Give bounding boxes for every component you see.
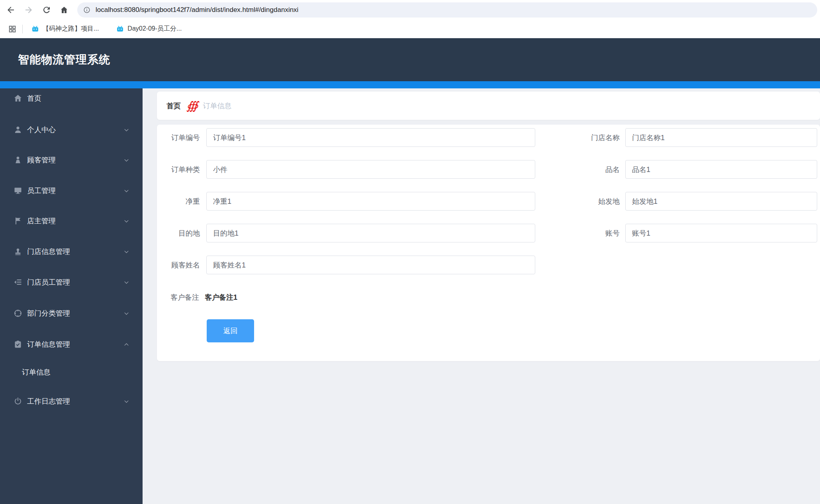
bookmark-label: 【码神之路】项目...	[43, 25, 99, 33]
remark-label: 客户备注	[157, 292, 199, 303]
chevron-down-icon	[123, 279, 129, 285]
field-input[interactable]	[206, 224, 535, 242]
chevron-down-icon	[123, 311, 129, 316]
browser-back-button[interactable]	[4, 3, 18, 17]
chevron-down-icon	[123, 399, 129, 404]
field-input[interactable]	[206, 128, 535, 147]
field-label: 目的地	[157, 224, 200, 242]
sidebar-item[interactable]: 订单信息管理	[0, 333, 143, 356]
power-icon	[13, 397, 23, 406]
field-label: 订单种类	[157, 160, 200, 179]
customer-icon	[13, 155, 23, 165]
reload-icon	[42, 5, 51, 15]
field-label: 始发地	[551, 192, 620, 211]
chevron-down-icon	[123, 249, 129, 255]
sidebar-item-label: 订单信息管理	[27, 333, 70, 356]
chevron-up-icon	[123, 342, 129, 348]
flag-icon	[13, 216, 23, 226]
sidebar-item-label: 订单信息	[22, 361, 51, 383]
chevron-down-icon	[123, 188, 129, 194]
sidebar-item-label: 门店信息管理	[27, 240, 70, 263]
sidebar-item[interactable]: 个人中心	[0, 119, 143, 141]
remark-value: 客户备注1	[205, 292, 237, 303]
browser-toolbar: localhost:8080/springboot142f7/admin/dis…	[0, 0, 820, 20]
sidebar-item[interactable]: 首页	[0, 87, 143, 109]
sidebar-item[interactable]: 店主管理	[0, 210, 143, 232]
bookmark-item[interactable]: Day02-09-员工分...	[116, 25, 182, 33]
sidebar-item-label: 个人中心	[27, 119, 56, 141]
stamp-icon	[13, 247, 23, 256]
breadcrumb-separator-icon: ∰	[186, 100, 198, 111]
sidebar-item-label: 部门分类管理	[27, 302, 70, 324]
user-icon	[13, 125, 23, 135]
browser-forward-button[interactable]	[22, 3, 36, 17]
address-bar[interactable]: localhost:8080/springboot142f7/admin/dis…	[77, 2, 817, 18]
apps-grid-icon[interactable]	[8, 25, 17, 33]
back-arrow-icon	[6, 5, 16, 15]
indent-icon	[13, 277, 23, 287]
order-detail-form: 客户备注 客户备注1 返回 订单编号订单种类净重目的地顾客姓名门店名称品名始发地…	[157, 125, 820, 361]
browser-reload-button[interactable]	[39, 3, 54, 17]
bookmark-label: Day02-09-员工分...	[127, 25, 182, 33]
clipboard-icon	[13, 340, 23, 349]
bilibili-icon	[116, 25, 124, 33]
browser-home-button[interactable]	[57, 3, 71, 17]
bilibili-icon	[31, 25, 39, 33]
url-text: localhost:8080/springboot142f7/admin/dis…	[96, 6, 298, 14]
sidebar-item[interactable]: 门店员工管理	[0, 271, 143, 293]
sidebar-item-label: 员工管理	[27, 180, 56, 202]
site-info-icon[interactable]	[83, 6, 91, 14]
sidebar-subitem[interactable]: 订单信息	[0, 361, 143, 383]
app-header: 智能物流管理系统	[0, 38, 820, 81]
field-input[interactable]	[625, 128, 817, 147]
field-label: 门店名称	[551, 128, 620, 147]
chevron-down-icon	[123, 218, 129, 224]
field-input[interactable]	[625, 160, 817, 179]
field-input[interactable]	[206, 192, 535, 211]
chevron-down-icon	[123, 157, 129, 163]
remark-row: 客户备注 客户备注1	[157, 292, 515, 303]
back-button[interactable]: 返回	[207, 319, 254, 342]
aim-icon	[13, 309, 23, 318]
field-input[interactable]	[625, 192, 817, 211]
sidebar-item-label: 顾客管理	[27, 149, 56, 171]
breadcrumb: 首页 ∰ 订单信息	[157, 92, 820, 120]
field-label: 顾客姓名	[157, 256, 200, 274]
bookmarks-bar: 【码神之路】项目...Day02-09-员工分...	[0, 20, 820, 38]
field-input[interactable]	[625, 224, 817, 242]
sidebar-item-label: 店主管理	[27, 210, 56, 232]
bookmark-item[interactable]: 【码神之路】项目...	[31, 25, 99, 33]
sidebar-item[interactable]: 员工管理	[0, 180, 143, 202]
field-label: 净重	[157, 192, 200, 211]
sidebar-item[interactable]: 顾客管理	[0, 149, 143, 171]
sidebar-item-label: 首页	[27, 87, 41, 109]
sidebar-item[interactable]: 部门分类管理	[0, 302, 143, 324]
sidebar-item-label: 工作日志管理	[27, 390, 70, 412]
app-title: 智能物流管理系统	[18, 38, 110, 81]
monitor-icon	[13, 186, 23, 195]
sidebar-item-label: 门店员工管理	[27, 271, 70, 293]
sidebar-item[interactable]: 门店信息管理	[0, 240, 143, 263]
field-input[interactable]	[206, 160, 535, 179]
sidebar-item[interactable]: 工作日志管理	[0, 390, 143, 412]
field-label: 订单编号	[157, 128, 200, 147]
field-label: 品名	[551, 160, 620, 179]
breadcrumb-current: 订单信息	[203, 101, 232, 111]
main-content: 首页 ∰ 订单信息 客户备注 客户备注1 返回 订单编号订单种类净重目的地顾客姓…	[143, 88, 820, 504]
field-label: 账号	[551, 224, 620, 242]
breadcrumb-home-link[interactable]: 首页	[166, 101, 181, 111]
forward-arrow-icon	[24, 5, 33, 15]
home-icon	[13, 94, 23, 103]
home-icon	[59, 5, 69, 15]
chevron-down-icon	[123, 127, 129, 133]
sidebar: 首页个人中心顾客管理员工管理店主管理门店信息管理门店员工管理部门分类管理订单信息…	[0, 88, 143, 504]
field-input[interactable]	[206, 256, 535, 274]
